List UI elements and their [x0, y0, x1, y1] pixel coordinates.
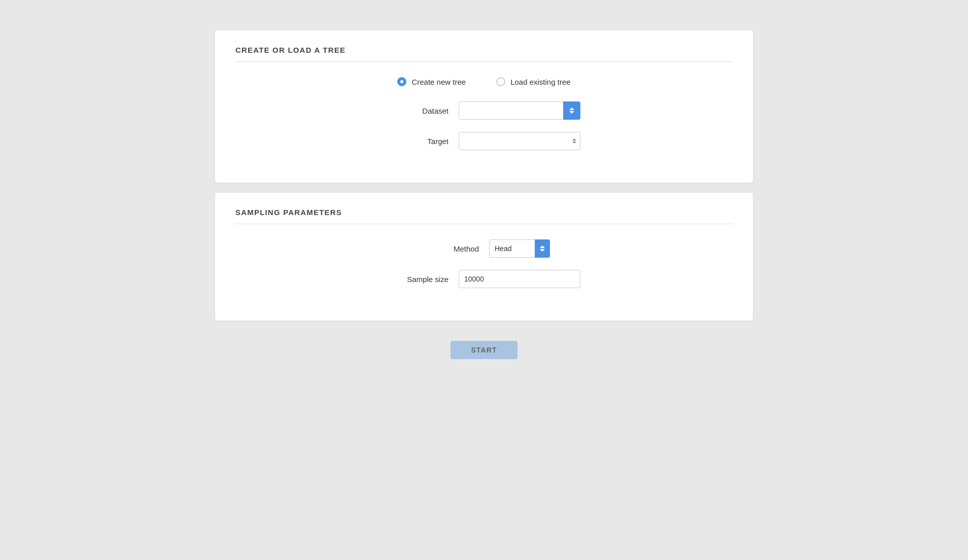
sampling-card: SAMPLING PARAMETERS Method Head Random T… [215, 193, 753, 321]
sampling-title: SAMPLING PARAMETERS [235, 208, 733, 224]
method-label: Method [418, 244, 479, 253]
dataset-select-arrow-btn[interactable] [563, 101, 580, 120]
sample-size-input[interactable] [459, 270, 580, 288]
tree-type-radio-group: Create new tree Load existing tree [397, 77, 570, 86]
sampling-form: Method Head Random Tail Sample size [235, 239, 733, 300]
create-new-tree-option[interactable]: Create new tree [397, 77, 466, 86]
create-new-tree-label: Create new tree [411, 78, 466, 86]
dataset-field-row: Dataset [235, 101, 733, 120]
create-new-tree-radio[interactable] [397, 77, 406, 86]
target-select-wrapper [459, 132, 580, 150]
create-load-title: CREATE OR LOAD A TREE [235, 46, 733, 62]
page-container: CREATE OR LOAD A TREE Create new tree Lo… [215, 30, 753, 359]
dataset-arrow-up-icon [569, 108, 574, 110]
load-existing-tree-option[interactable]: Load existing tree [496, 77, 570, 86]
target-field-row: Target [235, 132, 733, 150]
create-load-card: CREATE OR LOAD A TREE Create new tree Lo… [215, 30, 753, 183]
start-button[interactable]: START [451, 341, 517, 359]
method-arrow-up-icon [540, 246, 545, 248]
start-btn-container: START [215, 341, 753, 359]
dataset-select-wrapper [459, 101, 580, 120]
sample-size-field-row: Sample size [235, 270, 733, 288]
dataset-arrow-down-icon [569, 111, 574, 114]
load-existing-tree-radio[interactable] [496, 77, 505, 86]
sample-size-label: Sample size [388, 275, 448, 284]
target-select[interactable] [459, 132, 580, 150]
create-load-form: Create new tree Load existing tree Datas… [235, 77, 733, 162]
method-select-wrapper: Head Random Tail [489, 239, 550, 258]
method-field-row: Method Head Random Tail [235, 239, 733, 258]
method-select-arrow-btn[interactable] [535, 239, 550, 258]
load-existing-tree-label: Load existing tree [510, 78, 570, 86]
dataset-label: Dataset [388, 107, 448, 115]
target-label: Target [388, 137, 448, 146]
method-arrow-down-icon [540, 249, 545, 252]
dataset-select[interactable] [459, 101, 580, 120]
